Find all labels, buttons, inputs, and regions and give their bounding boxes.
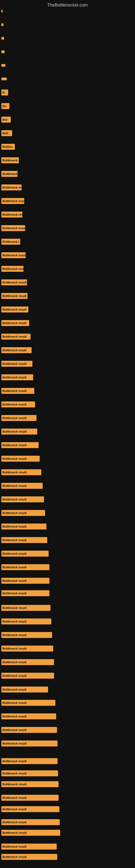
bar-background [1,23,3,26]
bar-item: Bottleneck result [0,320,29,326]
bar-background: Bottleneck result [1,605,50,611]
bar-item: Bottleneck result [0,646,53,652]
bar-item: Bottleneck result [0,388,34,394]
bar-label: Bottleneck result [2,362,27,365]
bar-label: Bottleneck result [2,674,27,677]
bar-item: Bottleneck result [0,713,56,719]
bar-item: Bottleneck result [0,659,54,665]
bar-background: Bott [1,130,12,136]
bar-label: Bottleneck result [2,498,27,501]
bar-item [0,22,3,28]
bar-background: Bottleneck result [1,713,56,719]
bar-background [1,51,5,53]
bar-background: Bottleneck result [1,388,34,394]
bar-item: Bottleneck result [0,578,49,584]
bar-item: Bottleneck result [0,279,27,285]
bar-background: Bottleneck result [1,564,49,570]
bar-background [1,10,3,12]
bar-label: Bottleneck result [2,281,27,284]
bar-label: Bottleneck result [2,565,27,569]
bar-item: Bottleneck result [0,401,35,407]
bar-item: Bottleneck result [0,564,49,570]
bar-label: Bottleneck result [2,855,27,859]
bar-item: Bottleneck result [0,819,60,825]
bar-background: Bottleneck result [1,686,48,692]
bar-label: Bottleneck result [2,254,27,257]
bar-label: Bottleneck resu [2,267,25,271]
bar-label: Bottleneck result [2,820,27,824]
bar-item: Bottleneck result [0,686,48,692]
bar-item: Bottleneck result [0,374,33,380]
bar-label: Bottleneck result [2,831,27,834]
bar-item [0,62,5,68]
bar-background: Bottleneck result [1,293,28,299]
bar-label: Bottleneck result [2,443,27,447]
bar-background: Bottleneck r [1,157,19,163]
bar-label: Bottleneck result [2,647,27,650]
bar-background [1,78,7,80]
bar-item: Bottleneck result [0,830,60,836]
bar-background: Bottleneck result [1,819,60,825]
bar-background: Bottleneck result [1,590,49,596]
bar-item: Bottleneck result [0,537,47,543]
bar-item: Bottleneck result [0,347,32,353]
bar-background: Bottleneck result [1,401,35,407]
bar-item [0,35,4,41]
bar-background: Bottleneck res [1,212,22,218]
bar-item: Bottleneck result [0,510,45,516]
bar-item: Bottleneck result [0,758,57,764]
bar-background: Bottleneck result [1,806,59,812]
bar-item: Bott [0,130,12,136]
bar-background: Bottleneck result [1,320,29,326]
bar-label: Bottleneck result [2,688,27,691]
bar-item: Bottleneck result [0,496,44,502]
site-title: TheBottlenecker.com [0,0,135,9]
bar-item: Bottleneck result [0,673,54,679]
bar-label: Bottleneck resul [2,226,26,230]
bar-label: Bottleneck result [2,579,27,582]
bar-background: Bottleneck result [1,646,53,652]
bar-background: Bottleneck result [1,524,46,529]
bar-item: Bottleneck res [0,212,22,218]
bar-item: Bottleneck [0,171,17,177]
bar-label: Bottleneck result [2,525,27,528]
bar-item: Bottleneck result [0,854,57,860]
bar-label: Bottleneck result [2,728,27,732]
bar-background: Bottleneck result [1,483,43,489]
bar-item: Bot [0,117,11,123]
bar-background: Bottleneck result [1,347,32,353]
bar-background: Bottleneck result [1,496,44,502]
bar-item: Bottleneck result [0,429,37,435]
bar-label: Bottleneck result [2,701,27,705]
bar-item: Bottleneck result [0,524,46,529]
bar-label: Bottleneck result [2,606,27,610]
bar-item: Bottleneck result [0,307,28,312]
bar-background [1,64,5,67]
bar-background: Bottleneck result [1,198,24,204]
bar-item: Bottleneck result [0,618,51,624]
bar-background: Bottleneck result [1,456,40,462]
bar-background: Bottleneck result [1,673,54,679]
bar-item: Bottleneck result [0,469,41,475]
bar-label: Bottleneck result [2,772,27,775]
bar-background: Bottleneck result [1,307,28,312]
bar-item: B [0,90,8,95]
bar-background: Bottleneck result [1,578,49,584]
bar-item [0,49,5,55]
bar-label: Bottleneck result [2,430,27,433]
bar-background: Bottleneck result [1,781,58,787]
bar-item [0,8,3,14]
bar-background: Bottleneck result [1,659,54,665]
bar-background: Bottleneck result [1,334,31,340]
bar-background: Bottleneck result [1,252,26,258]
bar-label: Bottleneck result [2,715,27,718]
bar-background: Bottleneck resu [1,266,24,272]
bar-item: Bottleneck result [0,483,43,489]
bar-label: Bottleneck result [2,471,27,474]
bar-item: Bottleneck result [0,795,58,801]
bar-background: Bo [1,103,9,109]
bar-item: Bottleneck result [0,456,40,462]
bar-background: Bottleneck r [1,239,20,245]
bar-label: Bottleneck result [2,308,27,311]
bar-label: Bottleneck result [2,538,27,542]
